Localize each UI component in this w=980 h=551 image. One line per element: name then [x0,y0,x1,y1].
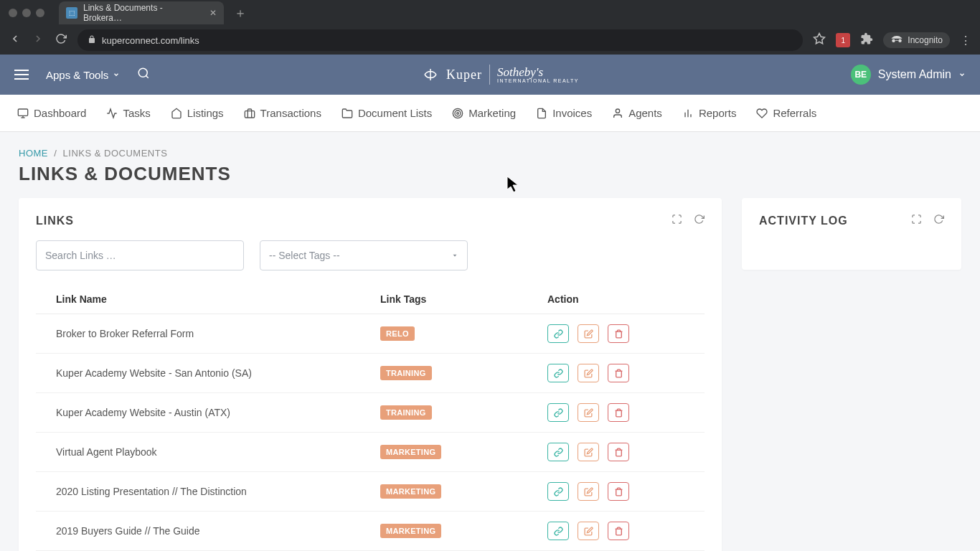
nav-agents[interactable]: Agents [612,107,662,119]
col-action: Action [537,285,705,314]
nav-invoices[interactable]: Invoices [536,107,592,119]
nav-label: Agents [628,107,662,119]
cell-link-name: Virtual Agent Playbook [36,433,370,472]
delete-link-button[interactable] [608,403,629,422]
trash-icon [614,369,623,378]
open-link-button[interactable] [547,482,569,501]
table-row: 2019 Buyers Guide // The Guide MARKETING [36,512,705,551]
svg-rect-6 [245,110,254,117]
open-link-button[interactable] [547,324,569,343]
apps-tools-dropdown[interactable]: Apps & Tools [46,69,120,81]
bar-chart-icon [682,108,694,119]
breadcrumb-home[interactable]: HOME [19,148,48,159]
edit-icon [584,448,593,457]
expand-activity-button[interactable] [911,214,922,227]
open-link-button[interactable] [547,522,569,540]
url-text: kuperconnect.com/links [102,35,199,46]
link-icon [554,487,563,496]
edit-link-button[interactable] [578,443,599,461]
edit-icon [584,527,593,536]
edit-link-button[interactable] [578,482,599,501]
nav-dashboard[interactable]: Dashboard [17,107,86,119]
cell-actions [537,433,705,472]
nav-reports[interactable]: Reports [682,107,737,119]
extensions-puzzle-icon[interactable] [860,32,873,48]
browser-menu-icon[interactable]: ⋮ [960,34,971,47]
address-bar[interactable]: kuperconnect.com/links [77,29,803,51]
nav-label: Referrals [773,107,816,119]
delete-link-button[interactable] [608,324,629,343]
user-name: System Admin [878,68,951,81]
avatar-initials: BE [854,70,867,80]
apps-tools-label: Apps & Tools [46,69,108,81]
file-icon [536,108,547,119]
delete-link-button[interactable] [608,522,629,540]
trash-icon [614,408,623,418]
cell-actions [537,314,705,354]
monitor-icon [17,108,29,119]
cell-link-name: 2020 Listing Presentation // The Distinc… [36,472,370,512]
edit-link-button[interactable] [578,522,599,540]
links-table: Link Name Link Tags Action Broker to Bro… [36,285,705,551]
nav-referrals[interactable]: Referrals [756,107,816,119]
page-title: LINKS & DOCUMENTS [19,163,961,185]
tab-favicon: ⬚ [66,7,77,19]
reload-button[interactable] [55,33,67,47]
minimize-window-dot[interactable] [22,9,31,17]
edit-link-button[interactable] [578,324,599,343]
avatar: BE [851,65,871,85]
target-icon [452,108,463,119]
open-link-button[interactable] [547,443,569,461]
nav-label: Reports [699,107,737,119]
incognito-badge[interactable]: Incognito [883,32,950,48]
user-menu[interactable]: BE System Admin [851,65,966,85]
browser-tab[interactable]: ⬚ Links & Documents - Brokera… ✕ [59,1,224,24]
link-icon [554,329,563,339]
expand-card-button[interactable] [672,214,682,227]
window-controls [9,9,44,17]
cell-link-tag: RELO [370,314,537,354]
refresh-activity-button[interactable] [933,214,944,227]
search-links-input[interactable] [36,240,244,270]
forward-button[interactable] [32,33,44,47]
nav-transactions[interactable]: Transactions [244,107,321,119]
links-card-title: LINKS [36,215,74,227]
header-search-button[interactable] [137,67,150,83]
nav-listings[interactable]: Listings [171,107,224,119]
browser-toolbar: kuperconnect.com/links 1 Incognito ⋮ [0,26,980,55]
new-tab-button[interactable]: ＋ [234,4,247,22]
maximize-window-dot[interactable] [36,9,44,17]
cell-link-name: 2019 Buyers Guide // The Guide [36,512,370,551]
trash-icon [614,448,623,457]
close-window-dot[interactable] [9,9,17,17]
link-icon [554,448,563,457]
tag-pill: RELO [380,326,415,341]
back-button[interactable] [9,33,22,47]
tag-select-dropdown[interactable]: -- Select Tags -- [260,240,468,270]
refresh-card-button[interactable] [694,214,705,227]
refresh-icon [933,214,944,225]
tab-close-icon[interactable]: ✕ [209,8,217,18]
open-link-button[interactable] [547,403,569,422]
nav-document-lists[interactable]: Document Lists [341,107,432,119]
page-body: HOME / LINKS & DOCUMENTS LINKS & DOCUMEN… [0,132,980,551]
edit-link-button[interactable] [578,403,599,422]
maximize-icon [672,214,682,225]
edit-icon [584,487,593,496]
link-icon [554,408,563,418]
svg-marker-0 [814,34,825,44]
nav-label: Transactions [260,107,321,119]
hamburger-menu-button[interactable] [14,67,29,83]
extension-icon[interactable]: 1 [836,33,850,47]
bookmark-star-icon[interactable] [813,32,826,48]
brand-sothebys-text: Sotheby's [497,66,579,78]
delete-link-button[interactable] [608,482,629,501]
open-link-button[interactable] [547,364,569,382]
delete-link-button[interactable] [608,443,629,461]
edit-link-button[interactable] [578,364,599,382]
delete-link-button[interactable] [608,364,629,382]
nav-marketing[interactable]: Marketing [452,107,516,119]
nav-tasks[interactable]: Tasks [106,107,150,119]
link-icon [554,369,563,378]
cell-link-tag: TRAINING [370,393,537,433]
